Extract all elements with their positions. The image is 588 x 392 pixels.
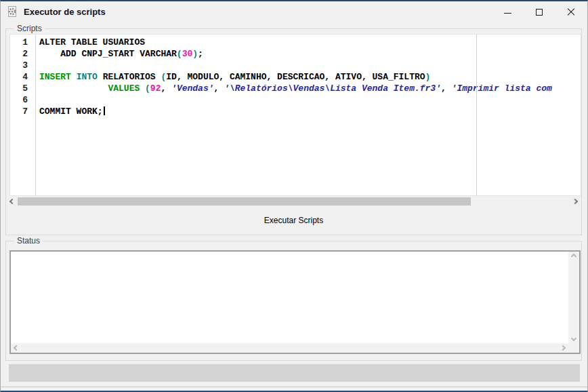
maximize-button[interactable]: [529, 1, 549, 22]
titlebar: Executor de scripts: [1, 1, 587, 22]
chevron-up-icon: [571, 254, 576, 259]
scripts-group-label: Scripts: [14, 24, 45, 33]
text-caret: [104, 106, 105, 115]
close-button[interactable]: [561, 1, 581, 22]
status-groupbox: Status: [5, 241, 582, 361]
status-memo[interactable]: [9, 250, 581, 354]
minimize-icon: [504, 13, 511, 14]
code-line: VALUES (92, 'Vendas', '\Relatórios\Venda…: [39, 83, 581, 94]
code-line: COMMIT WORK;: [39, 106, 581, 117]
chevron-right-icon: [572, 199, 578, 204]
right-margin-line: [476, 35, 477, 195]
window-controls: [497, 1, 581, 22]
line-number-gutter: 1234567: [10, 35, 35, 195]
code-line: [39, 60, 581, 71]
progress-bar: [9, 364, 580, 382]
scripts-groupbox: Scripts 1234567 ALTER TABLE USUARIOS ADD…: [5, 28, 582, 235]
chevron-left-icon: [9, 199, 15, 204]
window: Executor de scripts Scripts 1234567 ALTE…: [0, 0, 588, 392]
editor-scrollbar-track[interactable]: [17, 197, 570, 206]
editor-scroll-right-button[interactable]: [570, 197, 580, 206]
status-memo-content: [12, 253, 567, 342]
status-vertical-scrollbar[interactable]: [568, 252, 579, 343]
editor-scroll-left-button[interactable]: [7, 197, 17, 206]
maximize-icon: [536, 9, 543, 16]
window-title: Executor de scripts: [24, 7, 106, 17]
chevron-down-icon: [571, 336, 576, 341]
editor-horizontal-scrollbar[interactable]: [7, 197, 580, 206]
editor-scrollbar-thumb[interactable]: [18, 197, 471, 205]
gutter-separator: [35, 35, 36, 195]
chevron-right-icon: [560, 345, 566, 351]
close-icon: [567, 8, 575, 16]
code-line: ALTER TABLE USUARIOS: [39, 37, 581, 48]
code-line: ADD CNPJ_START VARCHAR(30);: [39, 48, 581, 60]
execute-scripts-button[interactable]: Executar Scripts: [7, 209, 580, 232]
sql-editor[interactable]: 1234567 ALTER TABLE USUARIOS ADD CNPJ_ST…: [9, 34, 581, 196]
code-area: ALTER TABLE USUARIOS ADD CNPJ_START VARC…: [39, 35, 581, 195]
code-line: [39, 94, 581, 106]
chevron-left-icon: [14, 345, 19, 351]
scrollbar-corner: [568, 343, 579, 353]
status-horizontal-scrollbar[interactable]: [11, 343, 568, 353]
code-line: INSERT INTO RELATORIOS (ID, MODULO, CAMI…: [39, 71, 581, 83]
status-group-label: Status: [14, 236, 43, 246]
gear-document-icon: [7, 6, 18, 18]
minimize-button[interactable]: [497, 1, 518, 22]
window-bottom-edge: [1, 387, 587, 387]
